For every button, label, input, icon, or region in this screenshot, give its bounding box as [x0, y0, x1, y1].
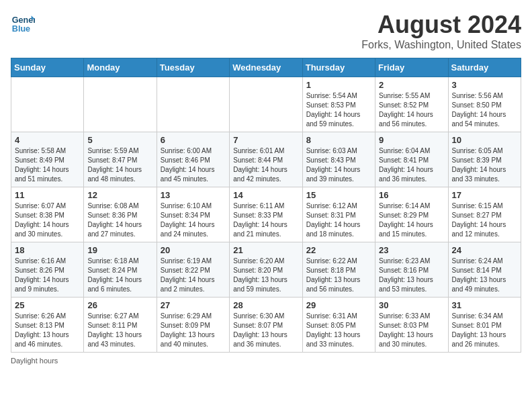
day-number: 20: [161, 245, 226, 255]
day-info: Sunrise: 6:00 AM Sunset: 8:46 PM Dayligh…: [161, 146, 226, 184]
day-info: Sunrise: 6:30 AM Sunset: 8:07 PM Dayligh…: [233, 312, 298, 349]
day-info: Sunrise: 6:27 AM Sunset: 8:11 PM Dayligh…: [87, 312, 152, 349]
calendar-cell: 20Sunrise: 6:19 AM Sunset: 8:22 PM Dayli…: [157, 242, 229, 298]
day-info: Sunrise: 6:24 AM Sunset: 8:14 PM Dayligh…: [452, 257, 517, 294]
day-number: 9: [379, 135, 444, 145]
title-section: August 2024 Forks, Washington, United St…: [361, 11, 521, 51]
day-number: 6: [161, 135, 226, 145]
day-number: 2: [379, 80, 444, 90]
day-number: 18: [15, 245, 80, 255]
day-info: Sunrise: 6:19 AM Sunset: 8:22 PM Dayligh…: [161, 257, 226, 294]
calendar-week-row: 11Sunrise: 6:07 AM Sunset: 8:38 PM Dayli…: [11, 187, 521, 242]
day-info: Sunrise: 6:23 AM Sunset: 8:16 PM Dayligh…: [379, 257, 444, 294]
day-info: Sunrise: 6:04 AM Sunset: 8:41 PM Dayligh…: [379, 146, 444, 184]
header: General Blue August 2024 Forks, Washingt…: [11, 11, 521, 51]
day-number: 30: [379, 300, 444, 310]
day-info: Sunrise: 6:08 AM Sunset: 8:36 PM Dayligh…: [87, 201, 152, 239]
calendar-cell: 10Sunrise: 6:05 AM Sunset: 8:39 PM Dayli…: [448, 132, 521, 187]
day-info: Sunrise: 5:55 AM Sunset: 8:52 PM Dayligh…: [379, 91, 444, 129]
day-number: 15: [306, 190, 371, 200]
calendar-cell: [157, 77, 229, 132]
day-number: 5: [87, 135, 152, 145]
calendar-cell: 5Sunrise: 5:59 AM Sunset: 8:47 PM Daylig…: [84, 132, 157, 187]
day-info: Sunrise: 5:56 AM Sunset: 8:50 PM Dayligh…: [452, 91, 517, 129]
day-number: 16: [379, 190, 444, 200]
calendar-cell: 12Sunrise: 6:08 AM Sunset: 8:36 PM Dayli…: [84, 187, 157, 242]
day-info: Sunrise: 6:12 AM Sunset: 8:31 PM Dayligh…: [306, 201, 371, 239]
calendar-week-row: 1Sunrise: 5:54 AM Sunset: 8:53 PM Daylig…: [11, 77, 521, 132]
calendar-cell: 30Sunrise: 6:33 AM Sunset: 8:03 PM Dayli…: [375, 298, 448, 353]
footer-note: Daylight hours: [11, 357, 521, 365]
column-header-saturday: Saturday: [448, 58, 521, 77]
calendar-week-row: 25Sunrise: 6:26 AM Sunset: 8:13 PM Dayli…: [11, 298, 521, 353]
day-number: 4: [15, 135, 80, 145]
day-info: Sunrise: 6:16 AM Sunset: 8:26 PM Dayligh…: [15, 257, 80, 294]
day-number: 10: [452, 135, 517, 145]
day-number: 17: [452, 190, 517, 200]
column-header-tuesday: Tuesday: [157, 58, 229, 77]
calendar-cell: 3Sunrise: 5:56 AM Sunset: 8:50 PM Daylig…: [448, 77, 521, 132]
day-info: Sunrise: 6:07 AM Sunset: 8:38 PM Dayligh…: [15, 201, 80, 239]
day-number: 29: [306, 300, 371, 310]
day-number: 3: [452, 80, 517, 90]
column-header-sunday: Sunday: [11, 58, 84, 77]
calendar-cell: 14Sunrise: 6:11 AM Sunset: 8:33 PM Dayli…: [230, 187, 302, 242]
day-info: Sunrise: 5:59 AM Sunset: 8:47 PM Dayligh…: [87, 146, 152, 184]
day-number: 24: [452, 245, 517, 255]
svg-text:Blue: Blue: [12, 24, 30, 34]
day-info: Sunrise: 6:14 AM Sunset: 8:29 PM Dayligh…: [379, 201, 444, 239]
day-info: Sunrise: 6:01 AM Sunset: 8:44 PM Dayligh…: [233, 146, 298, 184]
day-info: Sunrise: 6:18 AM Sunset: 8:24 PM Dayligh…: [87, 257, 152, 294]
column-header-thursday: Thursday: [302, 58, 375, 77]
calendar-cell: 7Sunrise: 6:01 AM Sunset: 8:44 PM Daylig…: [230, 132, 302, 187]
day-number: 26: [87, 300, 152, 310]
day-number: 13: [161, 190, 226, 200]
day-number: 27: [161, 300, 226, 310]
calendar-cell: 15Sunrise: 6:12 AM Sunset: 8:31 PM Dayli…: [302, 187, 375, 242]
calendar-week-row: 18Sunrise: 6:16 AM Sunset: 8:26 PM Dayli…: [11, 242, 521, 298]
calendar-title: August 2024: [361, 11, 521, 39]
day-number: 14: [233, 190, 298, 200]
day-info: Sunrise: 5:58 AM Sunset: 8:49 PM Dayligh…: [15, 146, 80, 184]
calendar-subtitle: Forks, Washington, United States: [361, 39, 521, 51]
calendar-cell: 16Sunrise: 6:14 AM Sunset: 8:29 PM Dayli…: [375, 187, 448, 242]
day-info: Sunrise: 6:26 AM Sunset: 8:13 PM Dayligh…: [15, 312, 80, 349]
calendar-cell: 24Sunrise: 6:24 AM Sunset: 8:14 PM Dayli…: [448, 242, 521, 298]
calendar-cell: [84, 77, 157, 132]
day-info: Sunrise: 6:15 AM Sunset: 8:27 PM Dayligh…: [452, 201, 517, 239]
column-header-wednesday: Wednesday: [230, 58, 302, 77]
day-number: 7: [233, 135, 298, 145]
calendar-cell: [230, 77, 302, 132]
day-info: Sunrise: 6:05 AM Sunset: 8:39 PM Dayligh…: [452, 146, 517, 184]
day-number: 12: [87, 190, 152, 200]
calendar-cell: 26Sunrise: 6:27 AM Sunset: 8:11 PM Dayli…: [84, 298, 157, 353]
calendar-cell: 28Sunrise: 6:30 AM Sunset: 8:07 PM Dayli…: [230, 298, 302, 353]
day-info: Sunrise: 6:22 AM Sunset: 8:18 PM Dayligh…: [306, 257, 371, 294]
day-number: 1: [306, 80, 371, 90]
day-number: 22: [306, 245, 371, 255]
logo-icon: General Blue: [11, 11, 35, 35]
day-info: Sunrise: 6:11 AM Sunset: 8:33 PM Dayligh…: [233, 201, 298, 239]
calendar-cell: 18Sunrise: 6:16 AM Sunset: 8:26 PM Dayli…: [11, 242, 84, 298]
calendar-cell: 6Sunrise: 6:00 AM Sunset: 8:46 PM Daylig…: [157, 132, 229, 187]
calendar-cell: 11Sunrise: 6:07 AM Sunset: 8:38 PM Dayli…: [11, 187, 84, 242]
day-info: Sunrise: 5:54 AM Sunset: 8:53 PM Dayligh…: [306, 91, 371, 129]
calendar-cell: 9Sunrise: 6:04 AM Sunset: 8:41 PM Daylig…: [375, 132, 448, 187]
calendar-cell: 29Sunrise: 6:31 AM Sunset: 8:05 PM Dayli…: [302, 298, 375, 353]
calendar-cell: 21Sunrise: 6:20 AM Sunset: 8:20 PM Dayli…: [230, 242, 302, 298]
calendar-cell: 17Sunrise: 6:15 AM Sunset: 8:27 PM Dayli…: [448, 187, 521, 242]
calendar-cell: 19Sunrise: 6:18 AM Sunset: 8:24 PM Dayli…: [84, 242, 157, 298]
calendar-week-row: 4Sunrise: 5:58 AM Sunset: 8:49 PM Daylig…: [11, 132, 521, 187]
column-header-friday: Friday: [375, 58, 448, 77]
calendar-cell: 1Sunrise: 5:54 AM Sunset: 8:53 PM Daylig…: [302, 77, 375, 132]
day-number: 25: [15, 300, 80, 310]
calendar-cell: 13Sunrise: 6:10 AM Sunset: 8:34 PM Dayli…: [157, 187, 229, 242]
day-number: 23: [379, 245, 444, 255]
calendar-cell: 22Sunrise: 6:22 AM Sunset: 8:18 PM Dayli…: [302, 242, 375, 298]
column-header-monday: Monday: [84, 58, 157, 77]
day-number: 31: [452, 300, 517, 310]
day-number: 11: [15, 190, 80, 200]
day-info: Sunrise: 6:29 AM Sunset: 8:09 PM Dayligh…: [161, 312, 226, 349]
day-number: 28: [233, 300, 298, 310]
day-info: Sunrise: 6:34 AM Sunset: 8:01 PM Dayligh…: [452, 312, 517, 349]
